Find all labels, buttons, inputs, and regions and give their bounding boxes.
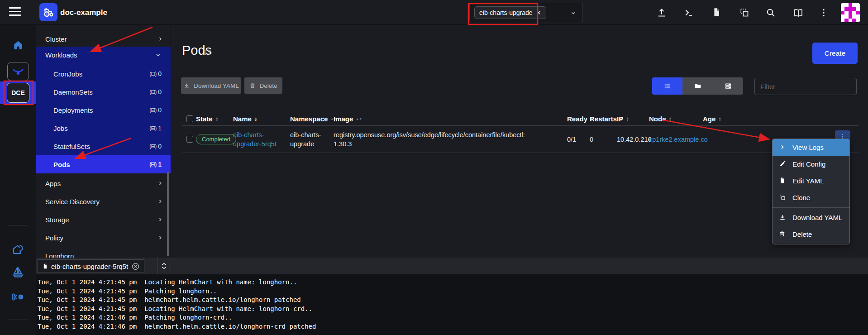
panel-expand-control[interactable] xyxy=(157,258,171,274)
close-circle-icon[interactable] xyxy=(131,262,140,271)
log-line: Tue, Oct 1 2024 4:21:45 pmhelmchart.helm… xyxy=(38,296,868,305)
sidebar-item-statefulsets[interactable]: StatefulSets (⊟)0 xyxy=(36,137,171,155)
log-timestamp: Tue, Oct 1 2024 4:21:46 pm xyxy=(38,314,137,321)
resource-count: (⊟)0 xyxy=(149,70,162,77)
sidebar-item-deployments[interactable]: Deployments (⊟)0 xyxy=(36,101,171,119)
resource-count: (⊟)0 xyxy=(149,106,162,114)
search-icon[interactable] xyxy=(765,7,776,18)
sidebar-item-jobs[interactable]: Jobs (⊟)1 xyxy=(36,119,171,137)
count-badge-icon: (⊟) xyxy=(149,161,156,168)
node-view-button[interactable] xyxy=(713,77,743,95)
sidebar-item-policy[interactable]: Policy xyxy=(36,230,171,246)
chevron-down-icon xyxy=(155,52,162,58)
sidebar-item-label: Policy xyxy=(45,234,63,242)
menu-item-download-yaml[interactable]: Download YAML xyxy=(773,209,849,226)
create-button[interactable]: Create xyxy=(812,43,858,64)
menu-item-edit-yaml[interactable]: Edit YAML xyxy=(773,172,849,189)
pod-name-link[interactable]: eib-charts-upgrader-5rq5t xyxy=(233,130,285,148)
count-badge-icon: (⊟) xyxy=(149,143,156,149)
upload-icon[interactable] xyxy=(656,7,667,18)
resource-count: (⊟)1 xyxy=(149,124,162,132)
sidebar-item-label: Cluster xyxy=(45,35,67,43)
main-content: Pods Create Download YAML Delete xyxy=(171,25,868,258)
product-logo[interactable] xyxy=(39,3,57,21)
resource-count: (⊟)0 xyxy=(149,143,162,150)
resource-count: (⊟)1 xyxy=(149,161,162,168)
column-header-node[interactable]: Node ▲▼ xyxy=(649,115,703,123)
kebab-menu-icon[interactable] xyxy=(818,7,829,18)
import-yaml-icon[interactable] xyxy=(739,7,750,18)
delete-button[interactable]: Delete xyxy=(244,77,282,94)
sort-carets: ▲▼ xyxy=(718,117,721,121)
chevron-right-icon xyxy=(157,36,163,42)
docs-book-icon[interactable] xyxy=(793,7,804,18)
column-header-name[interactable]: Name ▲▼ xyxy=(233,115,290,123)
column-header-age[interactable]: Age ▲▼ xyxy=(703,115,858,123)
home-icon[interactable] xyxy=(12,39,24,51)
ready-cell: 0/1 xyxy=(567,136,590,143)
log-timestamp: Tue, Oct 1 2024 4:21:45 pm xyxy=(38,287,137,295)
folder-view-button[interactable] xyxy=(682,77,713,95)
cluster-badge-dce[interactable]: DCE xyxy=(7,83,29,103)
hamburger-menu-icon[interactable] xyxy=(9,7,21,17)
neuvector-waves-icon[interactable] xyxy=(11,290,25,304)
chevron-right-icon xyxy=(157,234,163,241)
list-view-button[interactable] xyxy=(652,77,682,95)
column-header-ip[interactable]: IP ▲▼ xyxy=(617,115,649,123)
namespace-chip[interactable]: eib-charts-upgrade xyxy=(474,6,546,19)
kubectl-shell-icon[interactable] xyxy=(683,7,694,18)
file-icon xyxy=(42,263,48,270)
column-label: State xyxy=(196,115,213,123)
favorite-star-icon[interactable] xyxy=(203,47,212,57)
pods-table: State ▲▼ Name ▲▼ Namespace ▲▼ Image ▲▼ R… xyxy=(182,112,858,153)
select-all-checkbox[interactable] xyxy=(186,115,193,122)
delete-label: Delete xyxy=(259,82,277,89)
table-row: Completed eib-charts-upgrader-5rq5t eib-… xyxy=(182,126,858,153)
column-header-state[interactable]: State ▲▼ xyxy=(196,115,233,123)
column-header-ready[interactable]: Ready ▲▼ xyxy=(567,115,590,123)
row-context-menu: View Logs Edit Config Edit YAML Clone Do… xyxy=(772,139,850,244)
chip-close-icon[interactable] xyxy=(536,10,541,15)
sidebar-item-label: Service Discovery xyxy=(45,198,100,206)
sidebar-item-workloads[interactable]: Workloads xyxy=(36,47,171,63)
download-yaml-button[interactable]: Download YAML xyxy=(181,77,241,94)
menu-item-label: Clone xyxy=(792,194,810,201)
sidebar-item-storage[interactable]: Storage xyxy=(36,211,171,228)
sidebar-item-pods[interactable]: Pods (⊟)1 xyxy=(36,155,171,173)
row-checkbox[interactable] xyxy=(186,136,193,143)
column-header-namespace[interactable]: Namespace ▲▼ xyxy=(290,115,334,124)
log-message: helmchart.helm.cattle.io/longhorn-crd pa… xyxy=(144,323,316,330)
sort-carets: ▲▼ xyxy=(356,115,362,124)
table-header-row: State ▲▼ Name ▲▼ Namespace ▲▼ Image ▲▼ R… xyxy=(182,112,858,126)
sidebar-item-cronjobs[interactable]: CronJobs (⊟)0 xyxy=(36,65,171,83)
rancher-steer-button[interactable] xyxy=(7,62,29,81)
column-label: Node xyxy=(649,115,666,123)
namespace-filter-select[interactable]: eib-charts-upgrade xyxy=(469,3,582,22)
column-label: Namespace xyxy=(290,115,328,124)
column-label: Ready xyxy=(567,115,587,123)
pencil-icon xyxy=(779,160,787,168)
sidebar-item-daemonsets[interactable]: DaemonSets (⊟)0 xyxy=(36,83,171,101)
node-link[interactable]: cp1rke2.example.co xyxy=(649,136,708,143)
menu-item-delete[interactable]: Delete xyxy=(773,226,849,243)
column-header-image[interactable]: Image ▲▼ xyxy=(334,115,567,124)
user-avatar[interactable] xyxy=(841,3,860,22)
log-tab[interactable]: eib-charts-upgrader-5rq5t xyxy=(38,259,144,273)
sidebar-item-apps[interactable]: Apps xyxy=(36,175,171,191)
column-header-restarts[interactable]: Restarts ▲▼ xyxy=(590,115,617,123)
longhorn-icon[interactable] xyxy=(11,242,25,256)
column-label: Restarts xyxy=(590,115,617,123)
sidebar-item-service-discovery[interactable]: Service Discovery xyxy=(36,193,171,210)
menu-item-clone[interactable]: Clone xyxy=(773,189,849,206)
chevron-down-icon[interactable] xyxy=(570,10,577,16)
tractor-icon xyxy=(42,6,55,19)
sidebar-item-label: Jobs xyxy=(53,124,68,132)
menu-item-view-logs[interactable]: View Logs xyxy=(773,139,849,156)
menu-item-label: View Logs xyxy=(792,144,824,151)
file-icon[interactable] xyxy=(711,7,722,18)
sidebar-scrollbar[interactable] xyxy=(167,172,169,256)
filter-input[interactable] xyxy=(754,78,857,95)
menu-item-edit-config[interactable]: Edit Config xyxy=(773,156,849,172)
sailboat-icon[interactable] xyxy=(11,265,25,279)
sidebar-item-cluster[interactable]: Cluster xyxy=(36,31,171,47)
